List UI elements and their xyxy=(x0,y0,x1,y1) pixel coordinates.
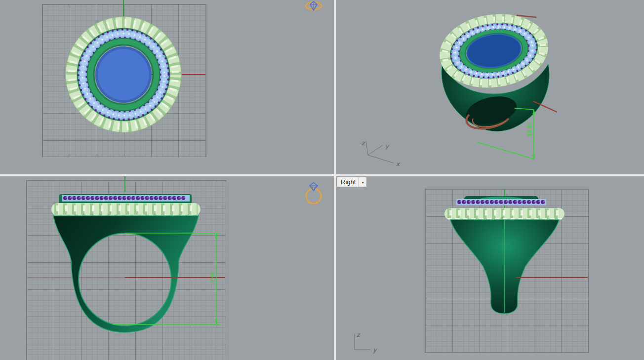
axis-label-y: y xyxy=(373,347,377,354)
viewport-front-view[interactable]: 18.46 xyxy=(0,176,334,360)
y-axis-line xyxy=(516,277,588,278)
x-axis-line xyxy=(125,277,225,278)
viewport-label-dropdown[interactable]: Right ▼ xyxy=(336,177,367,187)
axis-label-y: y xyxy=(385,143,390,150)
axis-triad-perspective: z y x xyxy=(346,137,405,169)
axis-label-z: z xyxy=(362,140,365,147)
ring-model-front-view[interactable] xyxy=(49,187,202,340)
axis-label-x: x xyxy=(396,160,401,167)
ring-gem-top-view-icon[interactable] xyxy=(304,0,323,11)
dimension-value: 18.46 xyxy=(526,122,532,136)
chevron-down-icon[interactable]: ▼ xyxy=(359,180,366,184)
center-gem xyxy=(98,49,149,100)
finger-hole-rim xyxy=(79,233,171,326)
viewport-label-text: Right xyxy=(337,178,359,186)
axis-label-z: z xyxy=(357,331,361,338)
ring-model-top-view[interactable] xyxy=(63,14,184,135)
ring-gem-side-view-icon[interactable] xyxy=(303,181,324,205)
viewport-top-view[interactable] xyxy=(0,0,334,174)
ring-model-right-view[interactable] xyxy=(435,189,578,332)
ring-head xyxy=(441,13,547,89)
viewport-right-view[interactable]: z y xyxy=(336,176,644,360)
viewport-perspective-view[interactable]: 18.46 z y x xyxy=(336,0,644,174)
axis-triad-right: z y xyxy=(349,328,380,358)
cad-application-window: 18.46 z y x xyxy=(0,0,644,360)
